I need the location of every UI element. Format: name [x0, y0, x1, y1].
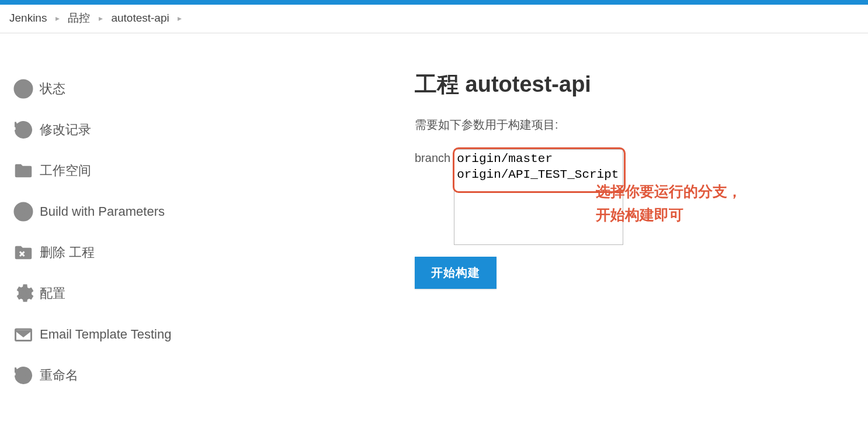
sidebar-item-label: 工作空间: [40, 162, 91, 180]
sidebar-item-configure[interactable]: 配置: [4, 273, 251, 314]
sidebar: 状态 修改记录 工作空间 Build with Parameters 删除 工程: [0, 33, 251, 396]
breadcrumb: Jenkins ▸ 品控 ▸ autotest-api ▸: [0, 5, 868, 33]
envelope-icon: [7, 324, 40, 345]
sidebar-item-build-params[interactable]: Build with Parameters: [4, 191, 251, 232]
breadcrumb-item-jenkins[interactable]: Jenkins: [9, 12, 47, 25]
sidebar-item-delete[interactable]: 删除 工程: [4, 232, 251, 273]
chevron-right-icon: ▸: [90, 13, 111, 23]
annotation-line-2: 开始构建即可: [596, 203, 742, 226]
sidebar-item-label: 配置: [40, 285, 65, 302]
info-icon: [7, 78, 40, 99]
page-title: 工程 autotest-api: [415, 70, 868, 99]
sidebar-item-email-test[interactable]: Email Template Testing: [4, 314, 251, 355]
folder-delete-icon: [7, 242, 40, 263]
history-icon: [7, 119, 40, 140]
history-icon: [7, 365, 40, 386]
breadcrumb-item-group[interactable]: 品控: [68, 11, 90, 26]
sidebar-item-rename[interactable]: 重命名: [4, 355, 251, 396]
sidebar-item-label: Email Template Testing: [40, 327, 171, 342]
sidebar-item-label: 修改记录: [40, 121, 91, 139]
breadcrumb-item-project[interactable]: autotest-api: [111, 12, 169, 25]
chevron-right-icon: ▸: [47, 13, 68, 23]
play-icon: [7, 201, 40, 222]
main-content: 工程 autotest-api 需要如下参数用于构建项目: branch ori…: [251, 33, 868, 396]
sidebar-item-label: 删除 工程: [40, 244, 95, 261]
svg-point-2: [22, 84, 25, 86]
sidebar-item-changes[interactable]: 修改记录: [4, 109, 251, 150]
sidebar-item-label: Build with Parameters: [40, 204, 165, 219]
annotation-line-1: 选择你要运行的分支，: [596, 180, 742, 203]
param-label-branch: branch: [415, 149, 450, 165]
sidebar-item-workspace[interactable]: 工作空间: [4, 150, 251, 191]
sidebar-item-label: 重命名: [40, 367, 78, 384]
subtitle-text: 需要如下参数用于构建项目:: [415, 117, 868, 133]
branch-option[interactable]: origin/master: [457, 151, 620, 167]
sidebar-item-label: 状态: [40, 80, 65, 98]
chevron-right-icon: ▸: [169, 13, 190, 23]
sidebar-item-status[interactable]: 状态: [4, 68, 251, 109]
top-accent-bar: [0, 0, 868, 5]
annotation-text: 选择你要运行的分支， 开始构建即可: [596, 180, 742, 226]
build-button[interactable]: 开始构建: [415, 257, 497, 289]
gear-icon: [7, 283, 40, 304]
folder-icon: [7, 160, 40, 181]
body-layout: 状态 修改记录 工作空间 Build with Parameters 删除 工程: [0, 33, 868, 396]
